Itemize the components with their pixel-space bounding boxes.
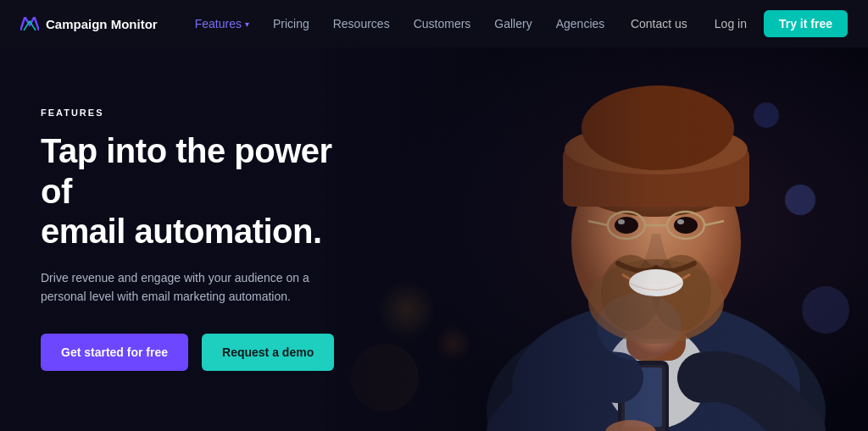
hero-content: FEATURES Tap into the power of email aut… [0, 108, 407, 370]
logo-link[interactable]: Campaign Monitor [20, 17, 158, 31]
nav-links: Features ▾ Pricing Resources Customers G… [185, 12, 620, 36]
login-link[interactable]: Log in [704, 12, 757, 36]
brand-name: Campaign Monitor [46, 17, 158, 31]
request-demo-button[interactable]: Request a demo [202, 334, 334, 371]
try-free-button[interactable]: Try it free [764, 10, 848, 37]
nav-agencies[interactable]: Agencies [546, 12, 615, 36]
nav-gallery[interactable]: Gallery [484, 12, 542, 36]
nav-right: Contact us Log in Try it free [620, 10, 848, 37]
nav-customers[interactable]: Customers [403, 12, 481, 36]
contact-link[interactable]: Contact us [620, 12, 698, 36]
nav-features[interactable]: Features ▾ [185, 12, 259, 36]
navbar: Campaign Monitor Features ▾ Pricing Reso… [0, 0, 868, 47]
hero-section: FEATURES Tap into the power of email aut… [0, 47, 868, 431]
features-chevron-icon: ▾ [245, 19, 249, 29]
logo-icon [20, 17, 39, 30]
hero-title: Tap into the power of email automation. [41, 131, 366, 251]
hero-cta-group: Get started for free Request a demo [41, 334, 366, 371]
get-started-button[interactable]: Get started for free [41, 334, 188, 371]
nav-pricing[interactable]: Pricing [263, 12, 320, 36]
hero-eyebrow: FEATURES [41, 108, 366, 118]
nav-resources[interactable]: Resources [323, 12, 400, 36]
hero-description: Drive revenue and engage with your audie… [41, 268, 346, 307]
